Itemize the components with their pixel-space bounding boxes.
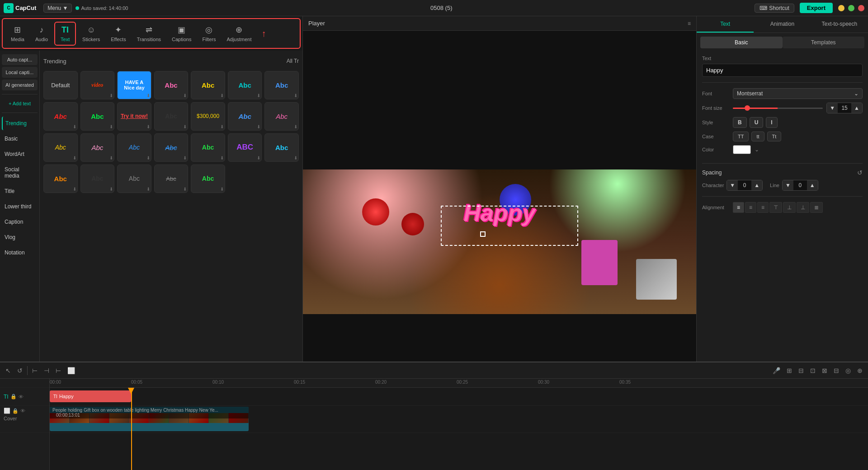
sidebar-item-title[interactable]: Title (2, 184, 38, 198)
align-center[interactable]: ≡ (745, 202, 756, 213)
sidebar-item-caption[interactable]: Caption (2, 215, 38, 229)
preset-dollar[interactable]: $300,000 ⬇ (191, 102, 225, 131)
player-menu-icon[interactable]: ≡ (688, 20, 691, 27)
playhead[interactable] (131, 388, 132, 470)
italic-button[interactable]: I (766, 117, 777, 128)
bold-button[interactable]: B (733, 117, 747, 128)
align-right[interactable]: ≡ (757, 202, 769, 213)
tool-audio[interactable]: ♪ Audio (31, 23, 52, 45)
preset-video[interactable]: video ⬇ (80, 71, 115, 99)
case-title[interactable]: Tt (767, 132, 782, 141)
sidebar-item-wordart[interactable]: WordArt (2, 147, 38, 161)
preset-abc5[interactable]: Abc ⬇ (43, 102, 78, 131)
tool-text[interactable]: TI Text (54, 22, 76, 46)
text-clip[interactable]: TI Happy (50, 390, 131, 402)
underline-button[interactable]: U (750, 117, 764, 128)
sidebar-item-lowerthird[interactable]: Lower third (2, 200, 38, 213)
preset-abc8[interactable]: Abc ⬇ (264, 102, 299, 131)
preset-abc12[interactable]: Abc ⬇ (154, 133, 189, 162)
preset-abc15[interactable]: Abc ⬇ (264, 133, 299, 162)
case-lower[interactable]: tt (751, 132, 764, 141)
preset-abc14[interactable]: ABC ⬇ (228, 133, 262, 162)
line-decrement[interactable]: ▼ (783, 180, 793, 190)
local-caption-button[interactable]: Local capti... (2, 67, 38, 78)
mic-button[interactable]: 🎤 (771, 365, 782, 376)
trim-right[interactable]: ⊢ (54, 365, 63, 376)
case-upper[interactable]: TT (733, 132, 749, 141)
preset-abc16[interactable]: Abc ⬇ (43, 164, 78, 193)
align-top[interactable]: ⊤ (769, 202, 782, 213)
trim-left[interactable]: ⊣ (42, 365, 51, 376)
tool-stickers[interactable]: ☺ Stickers (78, 23, 104, 45)
line-increment[interactable]: ▲ (807, 180, 818, 190)
video-selection-box[interactable] (441, 206, 579, 246)
preset-abc20[interactable]: Abc ⬇ (191, 164, 225, 193)
char-decrement[interactable]: ▼ (727, 180, 738, 190)
settings-tl[interactable]: ⊕ (855, 365, 864, 376)
sidebar-item-social[interactable]: Social media (2, 163, 38, 183)
tool-media[interactable]: ⊞ Media (6, 22, 29, 45)
fontsize-slider[interactable] (733, 108, 823, 109)
delete-button[interactable]: ⬜ (66, 365, 77, 376)
text-lock-btn[interactable]: 🔒 (10, 394, 17, 400)
video-center-control[interactable] (480, 231, 486, 237)
add-text-button[interactable]: + Add text (2, 98, 38, 109)
zoom-out[interactable]: ⊟ (797, 365, 806, 376)
text-input-field[interactable] (702, 64, 863, 77)
split-button[interactable]: ⊢ (30, 365, 39, 376)
marker-tool[interactable]: ◎ (844, 365, 853, 376)
style-tab-templates[interactable]: Templates (783, 37, 865, 48)
preset-abc2[interactable]: Abc ⬇ (191, 71, 225, 99)
menu-button[interactable]: Menu ▼ (43, 4, 72, 13)
tool-adjustment[interactable]: ⊕ Adjustment (222, 22, 256, 45)
font-select[interactable]: Montserrat ⌄ (733, 88, 863, 99)
preset-abc19[interactable]: Abc ⬇ (154, 164, 189, 193)
preset-abc11[interactable]: Abc ⬇ (117, 133, 151, 162)
shortcut-button[interactable]: ⌨ Shortcut (755, 4, 794, 13)
ai-generated-button[interactable]: AI generated (2, 80, 38, 90)
select-tool[interactable]: ↖ (4, 365, 13, 376)
tool-filters[interactable]: ◎ Filters (198, 22, 220, 45)
preset-abc7[interactable]: Abc ⬇ (228, 102, 262, 131)
export-button[interactable]: Export (800, 3, 833, 13)
preset-abc1[interactable]: Abc ⬇ (154, 71, 189, 99)
preset-abc13[interactable]: Abc ⬇ (191, 133, 225, 162)
close-button[interactable] (858, 5, 864, 11)
fontsize-increment[interactable]: ▲ (851, 103, 862, 113)
preset-niceday[interactable]: HAVE ANice day ⬇ (117, 71, 151, 99)
preset-abc6[interactable]: Abc ⬇ (80, 102, 115, 131)
preset-abc17[interactable]: Abc ⬇ (80, 164, 115, 193)
filter-label[interactable]: All Tr (287, 58, 299, 64)
style-tab-basic[interactable]: Basic (700, 37, 783, 48)
tool-transitions[interactable]: ⇌ Transitions (132, 22, 165, 45)
maximize-button[interactable] (848, 5, 854, 11)
fontsize-decrement[interactable]: ▼ (827, 103, 838, 113)
preset-abc18[interactable]: Abc ⬇ (117, 164, 151, 193)
preset-dark[interactable]: Abc ⬇ (154, 102, 189, 131)
char-increment[interactable]: ▲ (751, 180, 762, 190)
spacing-reset-icon[interactable]: ↺ (857, 169, 863, 176)
text-eye-btn[interactable]: 👁 (19, 394, 24, 400)
split-v[interactable]: ⊠ (820, 365, 829, 376)
tool-captions[interactable]: ▣ Captions (167, 22, 196, 45)
preset-abc9[interactable]: Abc ⬇ (43, 133, 78, 162)
sidebar-item-trending[interactable]: Trending (2, 117, 38, 130)
video-lock-btn[interactable]: 🔒 (12, 408, 19, 414)
sidebar-item-notation[interactable]: Notation (2, 246, 38, 259)
sidebar-item-basic[interactable]: Basic (2, 132, 38, 146)
fit-timeline[interactable]: ⊡ (808, 365, 817, 376)
undo-button[interactable]: ↺ (15, 365, 24, 376)
align-justify[interactable]: ≣ (810, 202, 823, 213)
tool-effects[interactable]: ✦ Effects (106, 22, 130, 45)
tab-tts[interactable]: Text-to-speech (811, 16, 868, 33)
align-bottom[interactable]: ⊥ (797, 202, 809, 213)
preset-abc10[interactable]: Abc ⬇ (80, 133, 115, 162)
preset-arrow[interactable]: Try it now! ⬇ (117, 102, 151, 131)
preset-default[interactable]: Default (43, 71, 78, 99)
align-middle[interactable]: ⊥ (783, 202, 796, 213)
preset-abc3[interactable]: Abc ⬇ (228, 71, 262, 99)
sidebar-item-vlog[interactable]: Vlog (2, 230, 38, 244)
zoom-in[interactable]: ⊞ (785, 365, 794, 376)
tab-animation[interactable]: Animation (754, 16, 811, 33)
video-eye-btn[interactable]: 👁 (20, 408, 25, 414)
